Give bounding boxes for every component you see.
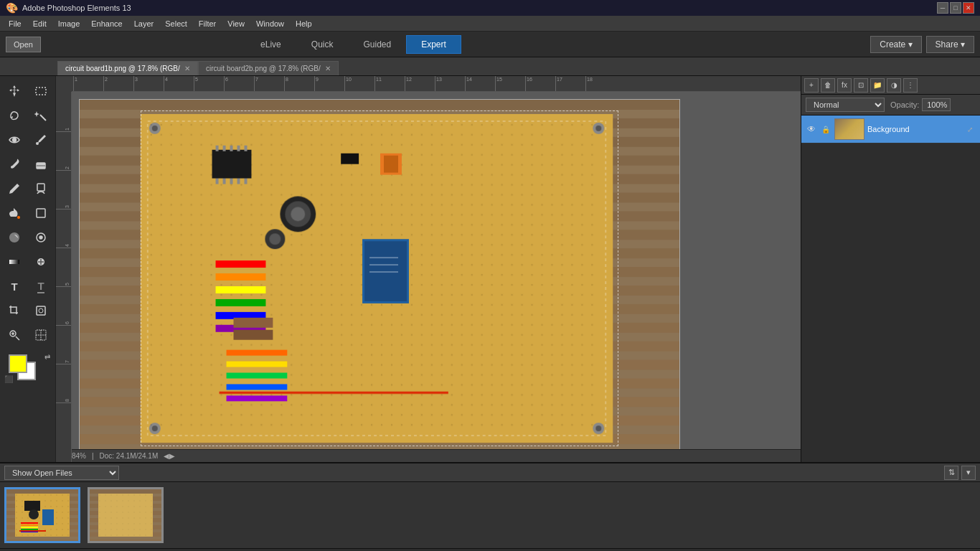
tool-row-10: [1, 298, 55, 323]
photo-bin-toolbar: Show Open Files Show All Files Show Medi…: [0, 463, 980, 482]
fill-layer-button[interactable]: ◑: [887, 78, 901, 93]
blend-mode-bar: Normal Multiply Screen Overlay Opacity:: [801, 95, 980, 116]
photo-bin-options: ⇅ ▾: [944, 466, 976, 480]
shape-tool[interactable]: [28, 201, 55, 225]
navigate-right[interactable]: ▶: [169, 452, 175, 460]
type-tool[interactable]: T: [1, 274, 28, 298]
svg-point-14: [39, 309, 43, 313]
right-panel: + 🗑 fx ⊡ 📁 ◑ ⋮ Normal Multiply Screen Ov…: [801, 76, 980, 462]
menu-item-help[interactable]: Help: [290, 16, 318, 32]
layer-style-button[interactable]: fx: [837, 78, 852, 93]
blend-mode-select[interactable]: Normal Multiply Screen Overlay: [806, 98, 885, 112]
photo-thumb-2[interactable]: [88, 487, 164, 543]
status-bar: 17.84% | Doc: 24.1M/24.1M ◀ ▶: [56, 449, 801, 462]
eraser-tool[interactable]: [28, 152, 55, 176]
opacity-input[interactable]: [922, 98, 951, 111]
layer-visibility-toggle[interactable]: 👁: [806, 123, 817, 135]
photo-bin-menu-icon[interactable]: ▾: [961, 466, 976, 480]
maximize-button[interactable]: □: [950, 2, 961, 14]
layer-lock-icon[interactable]: 🔒: [820, 123, 831, 135]
doc-tab-2[interactable]: circuit board2b.png @ 17.8% (RGB/8) * ✕: [198, 61, 339, 75]
photo-thumb-1[interactable]: [4, 487, 80, 543]
dodge-tool[interactable]: [28, 225, 55, 250]
tool-row-6: [1, 201, 55, 225]
tab-quick[interactable]: Quick: [296, 35, 349, 54]
foreground-color-swatch[interactable]: [9, 354, 27, 373]
paint-bucket-tool[interactable]: [1, 201, 28, 225]
tool-row-8: [1, 250, 55, 274]
layer-item-background[interactable]: 👁 🔒 Background ⤢: [801, 116, 980, 143]
menu-item-enhance[interactable]: Enhance: [85, 16, 128, 32]
svg-point-7: [17, 216, 20, 219]
tab-bar: circuit board1b.png @ 17.8% (RGB/8) * ✕ …: [0, 57, 980, 76]
eyedropper-tool[interactable]: [28, 128, 55, 152]
open-button[interactable]: Open: [6, 37, 41, 52]
doc-tab-2-close[interactable]: ✕: [325, 65, 331, 72]
menu-item-window[interactable]: Window: [250, 16, 290, 32]
photo-bin: Show Open Files Show All Files Show Medi…: [0, 462, 980, 548]
magic-wand-tool[interactable]: [28, 103, 55, 128]
doc-info: Doc: 24.1M/24.1M: [100, 452, 159, 460]
layer-thumbnail: [834, 118, 864, 140]
layers-toolbar: + 🗑 fx ⊡ 📁 ◑ ⋮: [801, 76, 980, 95]
smudge-tool[interactable]: [28, 176, 55, 201]
doc-tab-1-close[interactable]: ✕: [184, 65, 190, 72]
svg-rect-13: [37, 306, 45, 315]
eye-tool[interactable]: [1, 128, 28, 152]
delete-layer-button[interactable]: 🗑: [821, 78, 835, 93]
layer-expand-icon[interactable]: ⤢: [964, 123, 976, 135]
swap-colors-icon[interactable]: ⇄: [44, 353, 50, 361]
menu-item-filter[interactable]: Filter: [193, 16, 222, 32]
menu-item-select[interactable]: Select: [159, 16, 193, 32]
menu-bar: FileEditImageEnhanceLayerSelectFilterVie…: [0, 16, 980, 32]
recompose-tool[interactable]: [28, 298, 55, 323]
healing-tool[interactable]: [28, 250, 55, 274]
navigate-left[interactable]: ◀: [164, 452, 169, 460]
menu-item-layer[interactable]: Layer: [128, 16, 160, 32]
circuit-board-image: [80, 100, 679, 457]
create-button[interactable]: Create ▾: [870, 36, 921, 53]
menu-item-edit[interactable]: Edit: [27, 16, 52, 32]
tab-expert[interactable]: Expert: [406, 35, 461, 54]
color-swatches: ⇄ ⬛: [1, 352, 55, 386]
blur-tool[interactable]: [1, 225, 28, 250]
tool-row-7: [1, 225, 55, 250]
menu-item-view[interactable]: View: [222, 16, 250, 32]
create-group-button[interactable]: 📁: [870, 78, 885, 93]
doc-tab-1[interactable]: circuit board1b.png @ 17.8% (RGB/8) * ✕: [57, 61, 198, 75]
new-layer-button[interactable]: +: [804, 78, 819, 93]
brush-tool[interactable]: [1, 152, 28, 176]
zoom-tool[interactable]: [1, 323, 28, 347]
doc-tab-2-label: circuit board2b.png @ 17.8% (RGB/8) *: [206, 65, 321, 72]
layer-mask-button[interactable]: ⊡: [854, 78, 868, 93]
crop-tool[interactable]: [1, 298, 28, 323]
marquee-tool[interactable]: [28, 79, 55, 103]
tab-guided[interactable]: Guided: [348, 35, 406, 54]
canvas-document[interactable]: [79, 99, 680, 458]
title-bar-left: 🎨 Adobe Photoshop Elements 13: [6, 2, 131, 14]
status-divider: |: [92, 452, 94, 460]
reset-colors-icon[interactable]: ⬛: [4, 375, 13, 383]
content-aware-tool[interactable]: [28, 323, 55, 347]
layer-list: 👁 🔒 Background ⤢: [801, 116, 980, 462]
title-bar: 🎨 Adobe Photoshop Elements 13 ─ □ ✕: [0, 0, 980, 16]
type-mask-tool[interactable]: T: [28, 274, 55, 298]
menu-item-image[interactable]: Image: [52, 16, 86, 32]
left-toolbar: T T ⇄ ⬛: [0, 76, 56, 462]
minimize-button[interactable]: ─: [937, 2, 948, 14]
photo-bin-sort-icon[interactable]: ⇅: [944, 466, 958, 480]
menu-item-file[interactable]: File: [3, 16, 27, 32]
share-button[interactable]: Share ▾: [926, 36, 974, 53]
move-tool[interactable]: [1, 79, 28, 103]
tool-row-5: [1, 176, 55, 201]
show-files-select[interactable]: Show Open Files Show All Files Show Medi…: [4, 466, 119, 480]
canvas-scroll: [72, 92, 801, 462]
tab-elive[interactable]: eLive: [245, 35, 296, 54]
layer-options-button[interactable]: ⋮: [903, 78, 918, 93]
title-bar-title: Adobe Photoshop Elements 13: [22, 4, 131, 12]
pencil-tool[interactable]: [1, 176, 28, 201]
lasso-tool[interactable]: [1, 103, 28, 128]
tool-row-4: [1, 152, 55, 176]
close-button[interactable]: ✕: [963, 2, 974, 14]
gradient-tool[interactable]: [1, 250, 28, 274]
